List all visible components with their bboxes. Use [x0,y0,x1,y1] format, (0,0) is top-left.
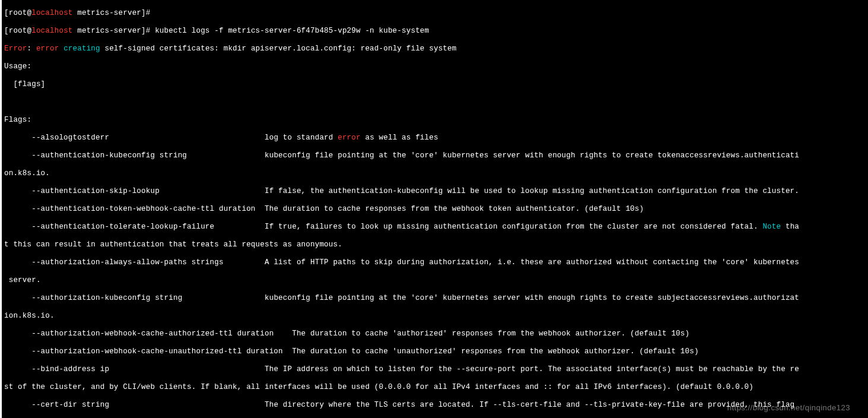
flag-row: --alsologtostderr log to standard error … [4,134,866,142]
prompt-line-prev: [root@localhost metrics-server]# [4,9,866,18]
flag-row: --authentication-kubeconfig string kubec… [4,151,866,160]
usage-line: [flags] [4,80,866,89]
flag-wrap: server. [4,276,866,285]
blank-line [4,98,866,107]
flag-wrap: ion.k8s.io. [4,312,866,321]
flag-wrap: on.k8s.io. [4,169,866,178]
flag-row: --authorization-webhook-cache-unauthoriz… [4,347,866,356]
error-line: Error: error creating self-signed certif… [4,45,866,53]
flag-row: --authorization-always-allow-paths strin… [4,258,866,267]
flag-row: --bind-address ip The IP address on whic… [4,365,866,374]
prompt-line: [root@localhost metrics-server]# kubectl… [4,27,866,36]
command-text: kubectl logs -f metrics-server-6f47b485-… [155,27,429,35]
usage-header: Usage: [4,62,866,71]
flag-row: --authorization-webhook-cache-authorized… [4,330,866,338]
watermark: https://blog.csdn.net/qinqinde123 [727,403,850,412]
flag-wrap: t this can result in authentication that… [4,240,866,249]
flag-row: --authentication-token-webhook-cache-ttl… [4,205,866,214]
flag-row: --authentication-tolerate-lookup-failure… [4,223,866,232]
flag-wrap: st of the cluster, and by CLI/web client… [4,383,866,392]
terminal-output[interactable]: [root@localhost metrics-server]# [root@l… [2,0,868,418]
flag-row: --authorization-kubeconfig string kubeco… [4,294,866,303]
flags-header: Flags: [4,116,866,125]
flag-row: --authentication-skip-lookup If false, t… [4,187,866,196]
